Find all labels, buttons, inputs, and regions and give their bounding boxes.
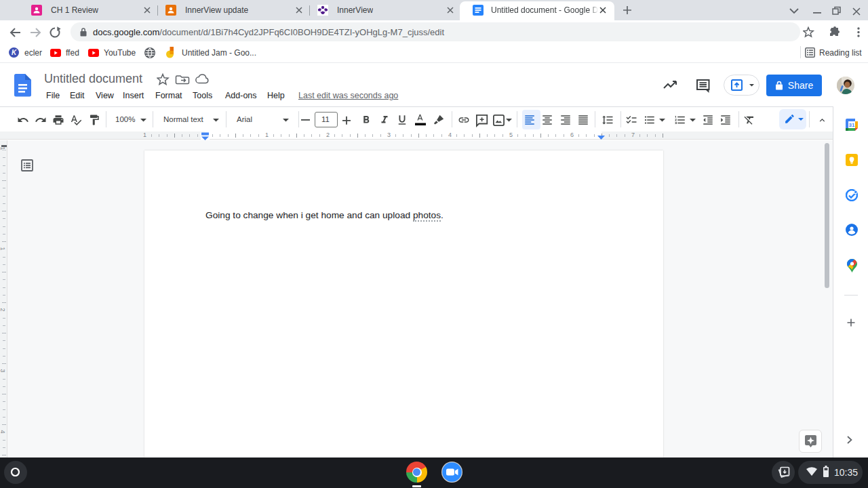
svg-text:K: K [12, 49, 17, 56]
svg-text:31: 31 [849, 122, 855, 128]
